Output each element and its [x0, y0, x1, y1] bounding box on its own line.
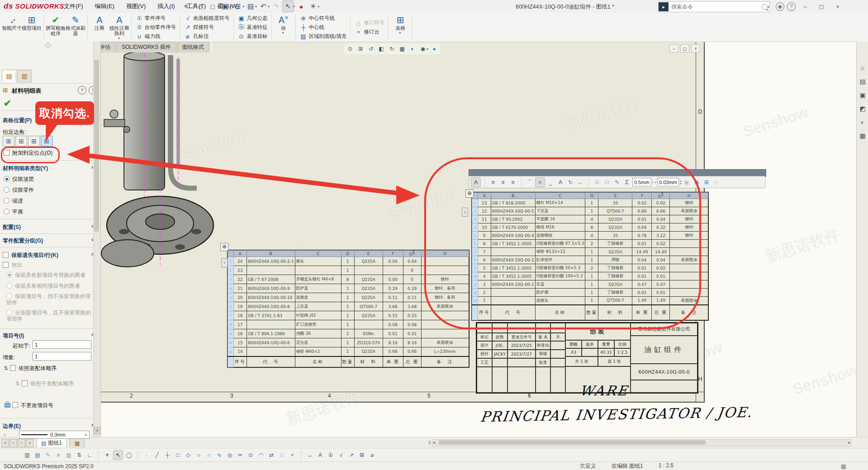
bom-cell[interactable]: 0.11 — [383, 293, 403, 302]
bom-cell[interactable]: 表面喷涂 — [421, 338, 469, 347]
bom-cell[interactable]: 15 — [233, 338, 247, 347]
pm-tab-configuration[interactable]: ▥ — [17, 70, 32, 82]
centerline-button[interactable]: ┼中心线 — [298, 23, 349, 32]
sheet-nav-3-button[interactable]: » — [26, 439, 33, 447]
bom-cell[interactable]: 0 — [403, 275, 421, 284]
bom-cell[interactable]: 0.04 — [383, 257, 403, 266]
balloon-button[interactable]: ①零件序号 — [133, 14, 178, 23]
bom-cell[interactable]: 0.08 — [383, 320, 403, 329]
surface-finish-tool-icon[interactable]: √ — [337, 451, 346, 460]
border-thickness-select[interactable]: 0.3mm ∨ — [19, 431, 90, 439]
sketch-parallelogram-icon[interactable]: ◇ — [184, 451, 193, 460]
bom-cell[interactable]: 65Mn — [354, 329, 383, 338]
spell-checker-button[interactable]: ✔拼写检验程序 — [46, 14, 66, 41]
bom-cell[interactable]: Q235A — [354, 275, 383, 284]
bom-cell[interactable] — [247, 320, 295, 329]
bom-cell[interactable]: 连接盘 — [295, 293, 341, 302]
table-tool-icon[interactable]: ⊞ — [357, 451, 366, 460]
render-mode-icon[interactable]: ● — [430, 44, 439, 53]
corner-bottom-left-button[interactable]: ⊞ — [28, 136, 40, 147]
no-change-row[interactable]: 不更改项目号 — [5, 402, 53, 409]
offset-entities-icon[interactable]: ◠ — [256, 451, 266, 460]
bom-cell[interactable]: 3.68 — [403, 302, 421, 311]
add-sheet-tab[interactable]: ▦ — [70, 438, 85, 447]
row-select-cell[interactable]: 4 — [228, 284, 234, 293]
home-icon[interactable]: ⌂ — [195, 1, 206, 12]
horizontal-scrollbar[interactable]: ◂ ▸ — [432, 439, 851, 446]
bom-cell[interactable] — [421, 329, 469, 338]
status-properties-icon[interactable]: ▤ — [839, 462, 848, 470]
sketch-arc-icon[interactable]: ∩ — [204, 451, 213, 460]
sketch-circle-icon[interactable]: ○ — [194, 451, 203, 460]
bom-cell[interactable]: 24 — [233, 257, 247, 266]
hole-callout-button[interactable]: ⌀孔标注 — [182, 32, 232, 41]
tables-button[interactable]: ⊞表格▾ — [390, 14, 410, 41]
follow-assembly-row[interactable]: ⇅依照装配体顺序 — [4, 365, 57, 372]
bom-cell[interactable]: 8 — [341, 275, 354, 284]
bom-cell[interactable] — [354, 266, 383, 275]
corner-top-right-button[interactable]: ⊞ — [15, 136, 27, 147]
sheet-nav-0-button[interactable]: « — [1, 439, 9, 447]
pane-splitter-handle[interactable]: ‖ — [428, 440, 431, 446]
save-caret-icon[interactable]: ▾ — [242, 5, 244, 9]
bom-row[interactable]: 1015600HZ44X-10Q-00-6定位盘1ZG310-5708.168.… — [228, 338, 469, 347]
bom-cell[interactable]: 1 — [341, 329, 354, 338]
bom-cell[interactable]: 8.16 — [383, 338, 403, 347]
bom-cell[interactable]: 1 — [341, 302, 354, 311]
bom-cell[interactable]: 0.66 — [383, 347, 403, 356]
model-items-button[interactable]: ⊞模型项目 — [22, 14, 42, 41]
scrollbar-thumb[interactable] — [439, 440, 706, 445]
search-input[interactable] — [669, 4, 762, 10]
trim-entities-icon[interactable]: ✂ — [236, 451, 245, 460]
whats-new-help-icon[interactable]: ? — [78, 86, 86, 95]
pm-tab-properties[interactable]: ▤ — [2, 70, 16, 82]
options-caret-icon[interactable]: ▾ — [318, 5, 319, 9]
radio-keep-both-new[interactable]: 保留具有新项目号替换的两者 — [6, 271, 91, 279]
bom-cell[interactable]: 17 — [233, 320, 247, 329]
hatch-icon[interactable]: ▨ — [64, 451, 73, 460]
strikeout-row[interactable]: 突出 — [3, 261, 22, 269]
bom-cell[interactable]: 钢管 Φ60×2 — [295, 347, 341, 356]
bom-cell[interactable]: 16 — [233, 329, 247, 338]
bom-cell[interactable]: 扩口连接管 — [295, 320, 341, 329]
radio-keep-number[interactable]: 保留项目号，但不保留替换的零部件 — [6, 293, 91, 306]
auto-balloon-button[interactable]: ②自动零件序号 — [133, 23, 178, 32]
options-icon[interactable]: ✳ — [308, 1, 318, 12]
view-settings-icon[interactable]: ◉ — [418, 44, 427, 53]
previous-view-icon[interactable]: ↺ — [366, 44, 375, 53]
bom-cell[interactable]: Q235A — [354, 257, 383, 266]
linear-note-pattern-caret-icon[interactable]: ▾ — [118, 36, 120, 40]
panel-splitter-dot[interactable] — [45, 43, 51, 48]
row-select-cell[interactable]: 5 — [228, 293, 234, 302]
table-move-handle-icon[interactable]: ⊕ — [220, 243, 228, 251]
bom-cell[interactable]: 0.00 — [383, 275, 403, 284]
search-box[interactable]: ▸ ▾ — [658, 1, 770, 12]
linear-note-pattern-button[interactable]: A线性注释阵列▾ — [109, 14, 129, 41]
row-select-cell[interactable]: 7 — [228, 311, 234, 320]
sheet-nav-2-button[interactable]: › — [18, 439, 25, 447]
assembly-3d-view[interactable] — [100, 52, 236, 270]
zoom-fit-icon[interactable]: ⊙ — [346, 44, 355, 53]
task-view-palette-icon[interactable]: ◩ — [858, 104, 867, 113]
bom-cell[interactable]: 600HZ44X-10Q-00-6 — [247, 338, 295, 347]
surface-finish-button[interactable]: √表面粗糙度符号 — [182, 14, 232, 23]
weld-symbol-button[interactable]: ↗焊接符号 — [182, 23, 232, 32]
bom-cell[interactable]: Q235A — [354, 347, 383, 356]
tables-caret-icon[interactable]: ▾ — [399, 31, 401, 35]
bom-cell[interactable] — [354, 320, 383, 329]
scroll-right-icon[interactable]: ▸ — [848, 440, 850, 445]
task-appearances-icon[interactable]: ◐ — [858, 118, 867, 127]
bom-cell[interactable]: 0.11 — [403, 293, 421, 302]
corner-top-left-button[interactable]: ⊞ — [3, 136, 14, 147]
row-select-cell[interactable]: 9 — [228, 329, 234, 338]
radio-flattened[interactable]: 平展 — [4, 208, 23, 216]
bom-cell[interactable]: Q235A — [354, 311, 383, 320]
task-custom-properties-icon[interactable]: ▦ — [858, 131, 867, 140]
row-select-cell[interactable]: 6 — [228, 302, 234, 311]
keep-missing-row[interactable]: 保留遗失项目/行(K) — [3, 252, 58, 259]
bom-cell[interactable]: 针型阀 J42 — [295, 311, 341, 320]
sketch-centerline-icon[interactable]: ┼ — [163, 451, 172, 460]
bom-cell[interactable]: 600HZ44X-10Q-00-2-1 — [247, 257, 295, 266]
bom-cell[interactable] — [383, 266, 403, 275]
datum-feature-button[interactable]: Ⓐ基准特征 — [236, 23, 270, 32]
